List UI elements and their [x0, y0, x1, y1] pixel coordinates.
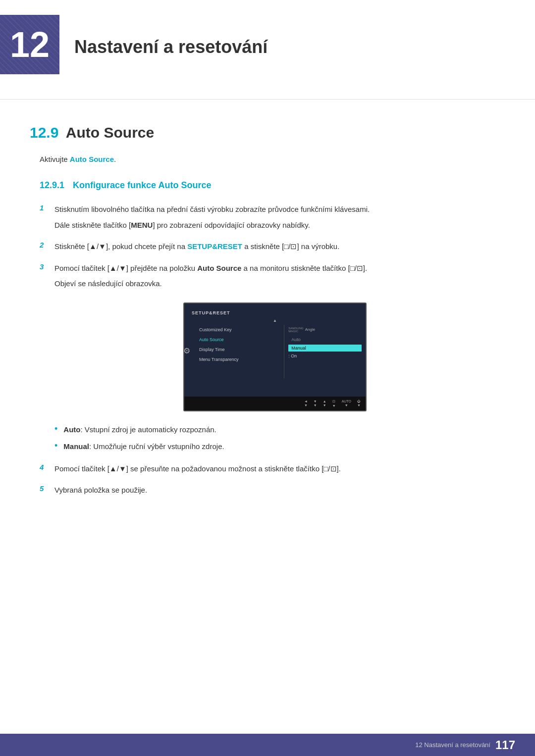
gear-icon: ⚙ — [183, 346, 190, 355]
monitor-bottom-bar: ◄▼ ▼▼ ▲▼ ⊡▼ AUTO▼ ⏻▼ — [184, 397, 366, 410]
step-1-number: 1 — [40, 203, 54, 212]
main-content: Aktivujte Auto Source. 12.9.1 Konfigurac… — [0, 153, 535, 497]
bullet-dot-1: • — [54, 424, 57, 435]
intro-paragraph: Aktivujte Auto Source. — [40, 153, 495, 165]
auto-source-ref: Auto Source — [197, 264, 241, 272]
section-number: 12.9 — [30, 124, 58, 141]
step-5: 5 Vybraná položka se použije. — [40, 484, 495, 497]
menu-key: MENU — [131, 221, 153, 229]
monitor-menu: SETUP&RESET ▲ ⚙ Customized Key Auto Sour… — [184, 303, 366, 397]
header-divider — [0, 99, 535, 100]
menu-item-0: Customized Key — [195, 325, 284, 335]
step-1-text: Stisknutím libovolného tlačítka na předn… — [54, 205, 370, 213]
step-1-subnote: Dále stiskněte tlačítko [MENU] pro zobra… — [54, 219, 495, 232]
bottom-icon-left: ◄▼ — [304, 400, 308, 407]
bullet-manual: • Manual: Umožňuje ruční výběr vstupního… — [54, 441, 495, 453]
subsection-number: 12.9.1 — [40, 180, 64, 190]
submenu-label: SAMSUNGMAGIC Angle — [288, 327, 362, 333]
bottom-icon-up: ▲▼ — [323, 400, 326, 407]
step-2-content: Stiskněte [▲/▼], pokud chcete přejít na … — [54, 240, 495, 253]
step-3: 3 Pomocí tlačítek [▲/▼] přejděte na polo… — [40, 262, 495, 290]
step-2-number: 2 — [40, 240, 54, 249]
bullet-manual-text: Manual: Umožňuje ruční výběr vstupního z… — [63, 441, 224, 453]
chapter-badge: 12 — [0, 15, 59, 74]
section-name: Auto Source — [66, 124, 154, 141]
step-5-number: 5 — [40, 484, 54, 493]
bullet-auto-label: Auto — [63, 425, 80, 434]
menu-item-2: Display Time — [195, 345, 284, 354]
step-4-number: 4 — [40, 462, 54, 471]
menu-left: Customized Key Auto Source Display Time … — [184, 325, 284, 378]
step-3-subnote: Objeví se následující obrazovka. — [54, 277, 495, 290]
angle-text: Angle — [305, 327, 315, 332]
bottom-icon-power: ⏻▼ — [357, 400, 361, 407]
step-1-content: Stisknutím libovolného tlačítka na předn… — [54, 203, 495, 231]
intro-before: Aktivujte — [40, 155, 70, 163]
chapter-title: Nastavení a resetování — [74, 32, 268, 57]
monitor-ui: SETUP&RESET ▲ ⚙ Customized Key Auto Sour… — [184, 303, 366, 410]
page-header: 12 Nastavení a resetování — [0, 0, 535, 84]
menu-item-1: Auto Source — [195, 335, 284, 345]
bullet-list: • Auto: Vstupní zdroj je automaticky roz… — [54, 424, 495, 453]
subsection-title: 12.9.1 Konfigurace funkce Auto Source — [40, 180, 495, 193]
bullet-auto-text: Auto: Vstupní zdroj je automaticky rozpo… — [63, 424, 216, 436]
monitor-screenshot: SETUP&RESET ▲ ⚙ Customized Key Auto Sour… — [183, 302, 367, 411]
menu-arrow-up: ▲ — [184, 318, 366, 323]
bullet-dot-2: • — [54, 441, 57, 452]
step-5-content: Vybraná položka se použije. — [54, 484, 495, 497]
subsection-title-text: Konfigurace funkce Auto Source — [73, 180, 211, 190]
menu-items-area: ⚙ Customized Key Auto Source Display Tim… — [184, 325, 366, 378]
bullet-auto: • Auto: Vstupní zdroj je automaticky roz… — [54, 424, 495, 436]
submenu-auto: Auto — [288, 336, 362, 344]
step-4-content: Pomocí tlačítek [▲/▼] se přesuňte na pož… — [54, 462, 495, 475]
step-1: 1 Stisknutím libovolného tlačítka na pře… — [40, 203, 495, 231]
setup-reset-ref: SETUP&RESET — [187, 242, 242, 251]
step-3-number: 3 — [40, 262, 54, 271]
chapter-number: 12 — [10, 27, 50, 62]
submenu-manual: Manual — [288, 345, 362, 352]
menu-item-3: Menu Transparency — [195, 354, 284, 364]
page-footer: 12 Nastavení a resetování 117 — [0, 734, 535, 756]
step-2: 2 Stiskněte [▲/▼], pokud chcete přejít n… — [40, 240, 495, 253]
samsung-text: SAMSUNGMAGIC — [288, 327, 303, 333]
intro-after: . — [114, 155, 116, 163]
step-3-content: Pomocí tlačítek [▲/▼] přejděte na položk… — [54, 262, 495, 290]
section-title-block: 12.9 Auto Source — [0, 119, 535, 144]
bullet-manual-label: Manual — [63, 442, 89, 451]
step-4: 4 Pomocí tlačítek [▲/▼] se přesuňte na p… — [40, 462, 495, 475]
bottom-icon-enter: ⊡▼ — [332, 400, 336, 407]
bottom-icon-down: ▼▼ — [314, 400, 317, 407]
menu-right: SAMSUNGMAGIC Angle Auto Manual : On — [284, 325, 366, 378]
intro-highlight: Auto Source — [70, 155, 114, 163]
menu-title: SETUP&RESET — [184, 308, 366, 318]
on-label: : On — [288, 353, 362, 358]
footer-page-number: 117 — [495, 738, 515, 752]
footer-chapter-text: 12 Nastavení a resetování — [415, 741, 490, 749]
screenshot-container: SETUP&RESET ▲ ⚙ Customized Key Auto Sour… — [54, 302, 495, 411]
bottom-icon-auto: AUTO▼ — [342, 400, 351, 407]
